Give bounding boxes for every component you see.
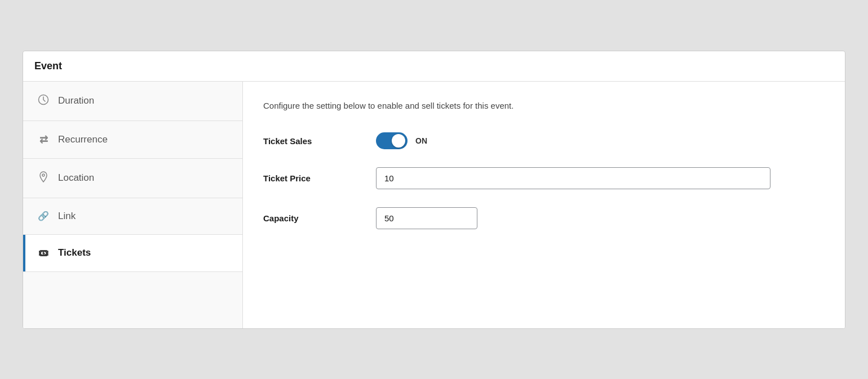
sidebar-empty-space — [23, 272, 242, 328]
event-card: Event Duration ⇄ Recurrence — [23, 51, 845, 329]
card-header: Event — [23, 51, 845, 82]
toggle-thumb — [392, 134, 405, 148]
main-content: Configure the setting below to enable an… — [243, 82, 845, 328]
capacity-row: Capacity — [263, 207, 825, 229]
sidebar-item-tickets[interactable]: 🎟 Tickets — [23, 235, 242, 272]
sidebar-item-duration-label: Duration — [58, 95, 94, 106]
sidebar-item-tickets-label: Tickets — [58, 247, 91, 258]
svg-point-1 — [42, 174, 45, 176]
capacity-input[interactable] — [376, 207, 477, 229]
ticket-sales-label: Ticket Sales — [263, 136, 353, 146]
sidebar-item-location[interactable]: Location — [23, 159, 242, 198]
location-icon — [37, 171, 50, 185]
sidebar: Duration ⇄ Recurrence Location 🔗 — [23, 82, 243, 328]
ticket-sales-toggle-wrapper: ON — [376, 132, 427, 149]
ticket-sales-toggle[interactable] — [376, 132, 408, 149]
ticket-sales-state-label: ON — [415, 136, 427, 145]
clock-icon — [37, 94, 50, 108]
ticket-sales-row: Ticket Sales ON — [263, 132, 825, 149]
sidebar-item-location-label: Location — [58, 172, 94, 184]
sidebar-item-link-label: Link — [58, 211, 76, 222]
link-icon: 🔗 — [37, 211, 50, 221]
card-body: Duration ⇄ Recurrence Location 🔗 — [23, 82, 845, 328]
recurrence-icon: ⇄ — [37, 133, 50, 146]
ticket-icon: 🎟 — [37, 247, 50, 259]
sidebar-item-duration[interactable]: Duration — [23, 82, 242, 121]
ticket-price-input[interactable] — [376, 167, 770, 189]
sidebar-item-link[interactable]: 🔗 Link — [23, 198, 242, 235]
sidebar-item-recurrence[interactable]: ⇄ Recurrence — [23, 121, 242, 159]
sidebar-item-recurrence-label: Recurrence — [58, 134, 108, 145]
card-title: Event — [34, 60, 62, 72]
ticket-price-label: Ticket Price — [263, 173, 353, 183]
description-text: Configure the setting below to enable an… — [263, 100, 825, 113]
capacity-label: Capacity — [263, 213, 353, 223]
ticket-price-row: Ticket Price — [263, 167, 825, 189]
